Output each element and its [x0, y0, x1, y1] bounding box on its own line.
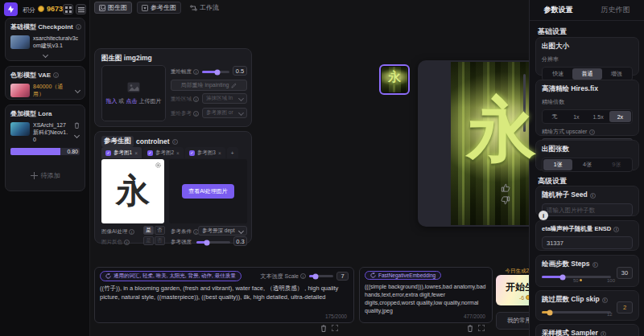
- ai-process-yes[interactable]: 是: [143, 226, 154, 235]
- inpaint-label: 局部重绘 inpainting: [181, 81, 229, 89]
- batch-4[interactable]: 4张: [572, 159, 601, 170]
- controlnet-tab-1[interactable]: ✓参考图1×: [101, 147, 142, 158]
- strength-value[interactable]: 0.3: [233, 236, 247, 246]
- negative-prompt-pill[interactable]: FastNegativeEmbedding: [365, 271, 441, 280]
- gear-icon[interactable]: [155, 162, 162, 169]
- inpaint-button[interactable]: 局部重绘 inpainting: [171, 80, 247, 91]
- info-icon[interactable]: i: [539, 211, 548, 220]
- tab-controlnet[interactable]: 参考生图: [137, 2, 181, 14]
- checkpoint-card[interactable]: 基础模型 Checkpoint xsarchitecturalv3com建筑v3…: [5, 18, 85, 61]
- ai-process-toggle[interactable]: 是 否: [143, 226, 165, 235]
- resolution-fast[interactable]: 快速: [543, 68, 572, 80]
- view-processed-button[interactable]: 查看AI处理图片: [182, 184, 234, 199]
- hires-scale-options: 无 1x 1.5x 2x: [542, 109, 633, 124]
- sampler-label: 采样模式 Sampler: [542, 329, 598, 336]
- steps-max-tick: 100: [607, 278, 615, 283]
- lora-card[interactable]: 叠加模型 Lora XSArchi_127新科幻Neov1.0 0.80 待添加: [5, 104, 85, 191]
- controlnet-tab-3[interactable]: ✓参考图3×: [185, 147, 225, 158]
- hires-scale-label: 精绘倍数: [542, 98, 633, 106]
- strength-row: 参考强度: [171, 239, 192, 246]
- chevron-down-icon[interactable]: [74, 133, 80, 138]
- controlnet-tab-1-label: 参考图1: [114, 150, 132, 157]
- close-icon[interactable]: ×: [176, 150, 180, 156]
- batch-options: 1张 4张 9张: [542, 158, 633, 172]
- seed-input[interactable]: [542, 203, 633, 216]
- chevron-down-icon[interactable]: [43, 51, 47, 59]
- steps-value[interactable]: 30: [617, 267, 633, 279]
- ai-process-no[interactable]: 否: [155, 226, 165, 235]
- controlnet-panel: 参考生图 controlnet ✓参考图1× ✓参考图2× ✓参考图3× + 永…: [94, 131, 252, 244]
- clip-value[interactable]: 2: [617, 301, 633, 313]
- inpaint-area-select[interactable]: 涂抹区域 In: [202, 93, 247, 104]
- lora-weight-slider[interactable]: 0.80: [10, 148, 80, 155]
- invert-no[interactable]: 否: [155, 236, 165, 245]
- batch-9[interactable]: 9张: [602, 159, 631, 170]
- ensd-label: eta噪声种子随机量 ENSD: [542, 225, 611, 233]
- check-icon: ✓: [147, 150, 153, 156]
- check-icon: ✓: [105, 150, 111, 156]
- workflow-icon: [190, 5, 197, 11]
- denoise-value[interactable]: 0.5: [233, 66, 247, 76]
- condition-select[interactable]: 参考景深 dept: [198, 226, 247, 236]
- info-icon: [172, 139, 178, 145]
- sampler-card: 采样模式 Sampler DPM++ 2M Karras (适合多种风格: [535, 324, 639, 336]
- menu-icon[interactable]: [76, 4, 86, 14]
- resolution-enhanced[interactable]: 增强: [602, 68, 631, 80]
- ensd-input[interactable]: [542, 236, 633, 249]
- positive-prompt-text[interactable]: ((竹子)), in a blooming garden, (fresh and…: [100, 285, 349, 317]
- inpaint-refer-select[interactable]: 参考原图 or: [202, 108, 247, 118]
- tab-history[interactable]: 历史作图: [587, 5, 644, 15]
- batch-title: 出图张数: [542, 145, 633, 154]
- tab-img2img[interactable]: 图生图: [94, 2, 132, 14]
- trash-icon[interactable]: [74, 122, 80, 129]
- scale-slider[interactable]: [309, 275, 333, 277]
- positive-prompt-pill[interactable]: 通用的词汇, 轻柔, 唯美, 太阳光, 背景, 动作, 最佳质量: [100, 271, 242, 281]
- hires-15x[interactable]: 1.5x: [588, 111, 609, 122]
- hires-none[interactable]: 无: [543, 111, 565, 122]
- controlnet-reference-image[interactable]: 永: [101, 159, 164, 223]
- thumbs-down-icon[interactable]: [501, 196, 510, 205]
- lora-thumbnail: [10, 122, 30, 136]
- inpaint-area-row: 重绘区域: [171, 96, 199, 103]
- add-lora-button[interactable]: 待添加: [10, 162, 80, 189]
- trash-icon[interactable]: [320, 325, 327, 332]
- expand-icon[interactable]: [478, 325, 485, 331]
- close-icon[interactable]: ×: [134, 150, 138, 156]
- scale-value[interactable]: 7: [336, 272, 349, 281]
- trash-icon[interactable]: [467, 325, 473, 332]
- controlnet-tab-2[interactable]: ✓参考图2×: [143, 147, 184, 158]
- upload-dropzone[interactable]: 拖入 或 点击 上传图片: [101, 65, 166, 121]
- invert-toggle[interactable]: 是 否: [143, 236, 165, 245]
- vae-thumbnail: [10, 84, 30, 97]
- positive-char-count: 175/2000: [325, 313, 347, 319]
- grid-view-icon[interactable]: [63, 4, 73, 14]
- reference-glyph: 永: [116, 169, 150, 214]
- thumbs-up-icon[interactable]: [501, 183, 510, 192]
- result-thumbnail[interactable]: 永: [379, 64, 410, 95]
- chevron-down-icon[interactable]: [75, 88, 80, 93]
- hires-1x[interactable]: 1x: [565, 111, 587, 122]
- batch-1[interactable]: 1张: [543, 159, 572, 170]
- hires-2x[interactable]: 2x: [609, 111, 631, 122]
- expand-icon[interactable]: [332, 325, 338, 331]
- reference-image-icon: [142, 5, 148, 11]
- app-logo[interactable]: [4, 2, 18, 16]
- info-icon: [53, 72, 59, 78]
- clip-slider[interactable]: [542, 311, 611, 313]
- denoise-label: 重绘幅度: [171, 68, 192, 76]
- steps-label: 绘画步数 Steps: [542, 260, 590, 269]
- resolution-normal[interactable]: 普通: [572, 68, 601, 80]
- strength-slider[interactable]: [196, 241, 230, 244]
- vae-card[interactable]: 色彩模型 VAE 840000（通用）: [5, 66, 85, 100]
- upload-suffix-label: 上传图片: [138, 98, 161, 104]
- invert-yes[interactable]: 是: [143, 236, 154, 245]
- controlnet-add-tab[interactable]: +: [227, 147, 238, 158]
- tab-param-settings[interactable]: 参数设置: [530, 5, 587, 15]
- denoise-slider[interactable]: [202, 71, 229, 73]
- clip-label: 跳过层数 Clip skip: [542, 295, 600, 305]
- info-icon: [76, 24, 81, 30]
- info-icon: [300, 273, 306, 279]
- negative-prompt-text[interactable]: (((simple background))),lowres,bad anato…: [365, 283, 487, 317]
- close-icon[interactable]: ×: [218, 150, 221, 156]
- tab-workflow[interactable]: 工作流: [186, 2, 223, 14]
